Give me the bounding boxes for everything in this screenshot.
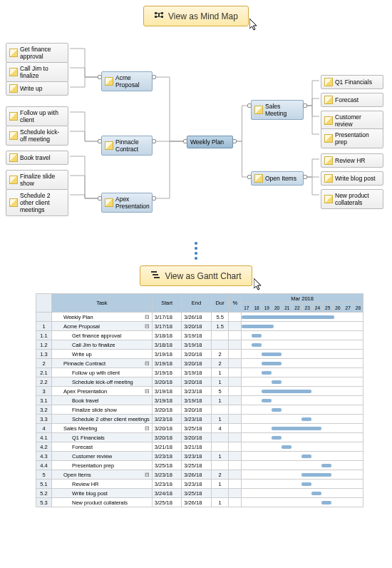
leaf-node[interactable]: Call Jim to finalize bbox=[6, 62, 68, 82]
row-task: Forecast bbox=[52, 442, 153, 452]
leaf-node[interactable]: Follow up with client bbox=[6, 106, 68, 126]
row-task: Get finance approval bbox=[52, 331, 153, 340]
collapse-icon[interactable]: ⊟ bbox=[145, 425, 150, 432]
node-label: Customer review bbox=[335, 113, 380, 128]
gantt-row[interactable]: 1.3Write up3/19/183/20/182 bbox=[36, 350, 363, 359]
leaf-node[interactable]: Write blog post bbox=[321, 171, 383, 186]
collapse-icon[interactable]: ⊟ bbox=[145, 388, 150, 395]
node-label: Get finance approval bbox=[20, 46, 65, 60]
row-pct bbox=[229, 405, 242, 415]
row-dur: 5 bbox=[211, 387, 229, 396]
row-dur: 1.5 bbox=[211, 322, 229, 331]
task-icon bbox=[9, 153, 18, 162]
leaf-node[interactable]: Customer review bbox=[321, 111, 383, 131]
row-start: 3/18/18 bbox=[152, 340, 181, 350]
gantt-row[interactable]: 5Open Items⊟3/23/183/26/182 bbox=[36, 470, 363, 480]
row-timeline bbox=[242, 470, 363, 480]
row-num: 3.3 bbox=[36, 415, 52, 424]
row-num: 2.1 bbox=[36, 368, 52, 377]
mid-node[interactable]: Acme Proposal bbox=[101, 71, 153, 91]
gantt-row[interactable]: 3.1Book travel3/19/183/19/181 bbox=[36, 396, 363, 405]
leaf-node[interactable]: Review HR bbox=[321, 153, 383, 168]
row-num: 4.4 bbox=[36, 461, 52, 470]
mid-node[interactable]: Open Items bbox=[251, 171, 304, 186]
gantt-row[interactable]: 5.1Review HR3/23/183/23/181 bbox=[36, 480, 363, 489]
row-dur bbox=[211, 433, 229, 442]
day-header: 21 bbox=[282, 303, 292, 313]
connector-port bbox=[303, 175, 307, 179]
row-end: 3/25/18 bbox=[182, 461, 211, 470]
leaf-node[interactable]: Schedule kick-off meeting bbox=[6, 126, 68, 146]
row-num: 2 bbox=[36, 359, 52, 368]
task-icon bbox=[324, 116, 333, 125]
row-task: Write blog post bbox=[52, 489, 153, 498]
leaf-node[interactable]: Write up bbox=[6, 81, 68, 96]
row-task: Write up bbox=[52, 350, 153, 359]
gantt-bar bbox=[301, 473, 331, 477]
task-icon bbox=[105, 198, 113, 207]
row-task: Schedule kick-off meeting bbox=[52, 377, 153, 387]
gantt-row[interactable]: 1Acme Proposal⊟3/17/183/20/181.5 bbox=[36, 322, 363, 331]
leaf-node[interactable]: Get finance approval bbox=[6, 43, 68, 63]
view-mindmap-button[interactable]: View as Mind Map bbox=[143, 6, 249, 26]
view-gantt-button[interactable]: View as Gantt Chart bbox=[140, 265, 252, 286]
gantt-row[interactable]: 4.4Presentation prep3/25/183/25/18 bbox=[36, 461, 363, 470]
gantt-bar bbox=[252, 343, 262, 347]
leaf-node[interactable]: Finalize slide show bbox=[6, 170, 68, 190]
row-start: 3/19/18 bbox=[152, 396, 181, 405]
row-timeline bbox=[242, 359, 363, 368]
gantt-row[interactable]: 2.2Schedule kick-off meeting3/20/183/20/… bbox=[36, 377, 363, 387]
gantt-row[interactable]: 1.2Call Jim to finalize3/18/183/19/18 bbox=[36, 340, 363, 350]
gantt-row[interactable]: 5.3New product collaterals3/25/183/26/18… bbox=[36, 498, 363, 507]
collapse-icon[interactable]: ⊟ bbox=[145, 360, 150, 367]
gantt-row[interactable]: 4.1Q1 Financials3/20/183/20/18 bbox=[36, 433, 363, 442]
leaf-node[interactable]: Schedule 2 other client meetings bbox=[6, 189, 68, 216]
gantt-row[interactable]: 2.1Follow up with client3/19/183/19/181 bbox=[36, 368, 363, 377]
gantt-row[interactable]: Weekly Plan⊟3/17/183/26/185.5 bbox=[36, 313, 363, 322]
row-timeline bbox=[242, 415, 363, 424]
collapse-icon[interactable]: ⊟ bbox=[145, 314, 150, 320]
root-node[interactable]: Weekly Plan bbox=[187, 136, 233, 148]
leaf-node[interactable]: New product collaterals bbox=[321, 189, 383, 209]
row-task: Sales Meeting⊟ bbox=[52, 424, 153, 433]
connector-port bbox=[183, 139, 187, 143]
row-num: 3 bbox=[36, 387, 52, 396]
row-start: 3/20/18 bbox=[152, 433, 181, 442]
gantt-row[interactable]: 3.2Finalize slide show3/20/183/20/18 bbox=[36, 405, 363, 415]
gantt-row[interactable]: 3.3Schedule 2 other client meetings3/23/… bbox=[36, 415, 363, 424]
gantt-row[interactable]: 4.2Forecast3/21/183/21/18 bbox=[36, 442, 363, 452]
collapse-icon[interactable]: ⊟ bbox=[145, 323, 150, 330]
row-end: 3/20/18 bbox=[182, 350, 211, 359]
node-label: Sales Meeting bbox=[265, 103, 300, 117]
row-end: 3/20/18 bbox=[182, 359, 211, 368]
connector-port bbox=[247, 103, 252, 108]
leaf-node[interactable]: Book travel bbox=[6, 151, 68, 165]
mid-node[interactable]: Sales Meeting bbox=[251, 100, 304, 120]
collapse-icon[interactable]: ⊟ bbox=[145, 472, 150, 478]
col-dur: Dur bbox=[211, 294, 229, 313]
gantt-row[interactable]: 3Apex Presentation⊟3/19/183/23/185 bbox=[36, 387, 363, 396]
mid-node[interactable]: Pinnacle Contract bbox=[101, 136, 153, 156]
row-task: Call Jim to finalize bbox=[52, 340, 153, 350]
leaf-node[interactable]: Presentation prep bbox=[321, 128, 383, 148]
gantt-bar bbox=[321, 501, 331, 504]
node-label: Forecast bbox=[335, 96, 359, 103]
row-end: 3/26/18 bbox=[182, 470, 211, 480]
gantt-row[interactable]: 1.1Get finance approval3/18/183/19/18 bbox=[36, 331, 363, 340]
separator-dots bbox=[0, 242, 392, 260]
day-header: 22 bbox=[292, 303, 302, 313]
row-task: Book travel bbox=[52, 396, 153, 405]
row-end: 3/20/18 bbox=[182, 433, 211, 442]
row-end: 3/19/18 bbox=[182, 331, 211, 340]
gantt-row[interactable]: 5.2Write blog post3/24/183/25/18 bbox=[36, 489, 363, 498]
mid-node[interactable]: Apex Presentation bbox=[101, 193, 153, 213]
gantt-bar bbox=[262, 371, 272, 375]
row-start: 3/18/18 bbox=[152, 331, 181, 340]
gantt-row[interactable]: 4.3Customer review3/23/183/23/181 bbox=[36, 452, 363, 461]
leaf-node[interactable]: Forecast bbox=[321, 93, 383, 107]
leaf-node[interactable]: Q1 Financials bbox=[321, 75, 383, 89]
node-label: Pinnacle Contract bbox=[115, 138, 149, 153]
gantt-row[interactable]: 4Sales Meeting⊟3/20/183/25/184 bbox=[36, 424, 363, 433]
gantt-bar bbox=[262, 390, 311, 393]
gantt-row[interactable]: 2Pinnacle Contract⊟3/19/183/20/182 bbox=[36, 359, 363, 368]
